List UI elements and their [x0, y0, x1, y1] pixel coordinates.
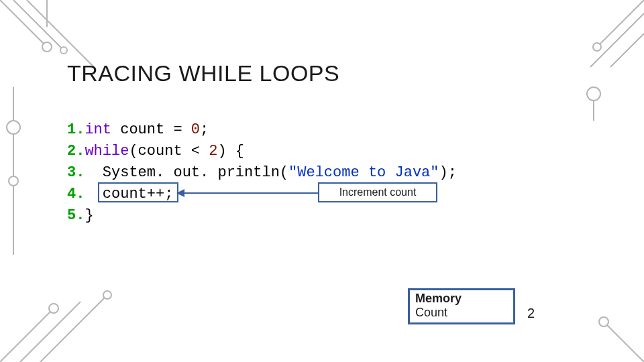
code-line-5: 5.}: [67, 205, 457, 227]
code-block: 1.int count = 0; 2.while(count < 2) { 3.…: [67, 119, 457, 227]
svg-line-0: [0, 0, 47, 47]
memory-variable: Count: [410, 306, 513, 322]
svg-line-2: [27, 0, 94, 67]
memory-header: Memory: [410, 290, 513, 306]
svg-point-17: [593, 43, 601, 51]
code-line-1: 1.int count = 0;: [67, 119, 457, 141]
annotation-label: Increment count: [318, 182, 437, 202]
svg-line-16: [610, 34, 644, 67]
memory-box: Memory Count: [408, 288, 515, 324]
svg-point-18: [587, 87, 600, 101]
svg-point-8: [9, 176, 18, 186]
memory-value: 2: [527, 306, 535, 321]
slide-title: TRACING WHILE LOOPS: [67, 60, 339, 86]
svg-point-5: [60, 47, 67, 54]
svg-line-15: [590, 13, 644, 67]
circuit-decoration-left: [0, 87, 40, 261]
svg-line-1: [13, 0, 64, 50]
svg-point-13: [103, 291, 111, 299]
circuit-decoration-bottom-left: [0, 282, 121, 362]
svg-point-7: [7, 121, 20, 134]
svg-line-9: [0, 308, 54, 362]
svg-point-21: [599, 317, 608, 326]
annotation-arrow: [178, 192, 319, 194]
svg-line-20: [604, 322, 644, 362]
code-line-2: 2.while(count < 2) {: [67, 141, 457, 162]
svg-point-12: [49, 304, 58, 313]
code-line-3: 3. System. out. println("Welcome to Java…: [67, 162, 457, 184]
circuit-decoration-bottom-right: [564, 308, 644, 362]
svg-point-4: [42, 42, 52, 52]
circuit-decoration-top-right: [564, 0, 644, 121]
